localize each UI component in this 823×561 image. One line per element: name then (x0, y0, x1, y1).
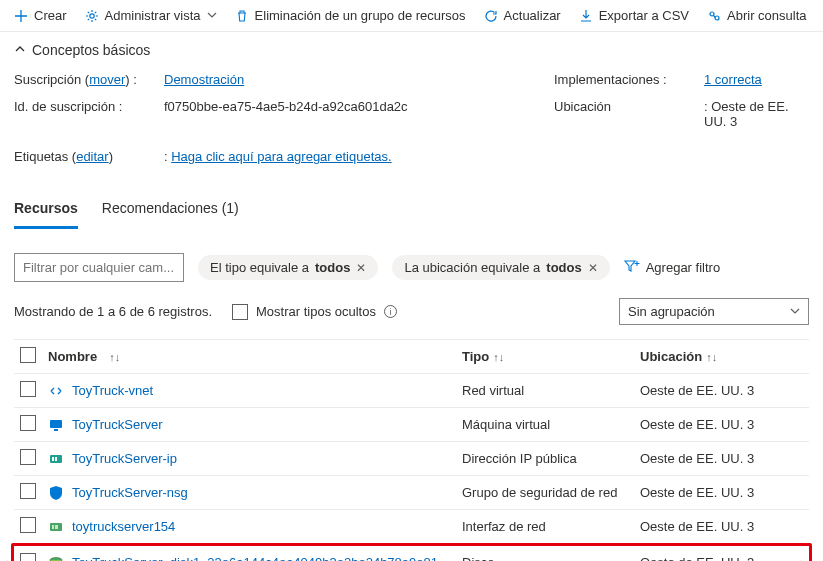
resource-location: Oeste de EE. UU. 3 (640, 519, 754, 534)
manage-view-button[interactable]: Administrar vista (85, 8, 217, 23)
deployments-link[interactable]: 1 correcta (704, 72, 762, 87)
command-bar: Crear Administrar vista Eliminación de u… (0, 0, 823, 32)
move-link[interactable]: mover (89, 72, 125, 87)
resource-link[interactable]: ToyTruck-vnet (72, 383, 153, 398)
location-filter-clear[interactable]: ✕ (588, 261, 598, 275)
open-query-button[interactable]: Abrir consulta (707, 8, 806, 23)
sort-icon[interactable]: ↑↓ (493, 351, 504, 363)
subscription-link[interactable]: Demostración (164, 72, 244, 87)
hidden-types-checkbox[interactable] (232, 304, 248, 320)
resource-icon (48, 383, 64, 399)
resource-location: Oeste de EE. UU. 3 (640, 485, 754, 500)
row-checkbox[interactable] (20, 553, 36, 561)
record-count: Mostrando de 1 a 6 de 6 registros. (14, 304, 212, 319)
open-query-label: Abrir consulta (727, 8, 806, 23)
subscription-label: Suscripción (14, 72, 81, 87)
resource-location: Oeste de EE. UU. 3 (640, 417, 754, 432)
table-row: ToyTruckServerMáquina virtualOeste de EE… (14, 407, 809, 441)
location-filter-value: todos (546, 260, 581, 275)
hidden-types-label: Mostrar tipos ocultos (256, 304, 376, 319)
row-checkbox[interactable] (20, 415, 36, 431)
svg-point-1 (710, 12, 714, 16)
table-header: Nombre↑↓ Tipo↑↓ Ubicación↑↓ (14, 339, 809, 373)
svg-rect-3 (50, 420, 62, 428)
location-filter-prefix: La ubicación equivale a (404, 260, 540, 275)
tab-bar: Recursos Recomendaciones (1) (0, 182, 823, 229)
svg-point-2 (715, 16, 719, 20)
sort-icon[interactable]: ↑↓ (706, 351, 717, 363)
resource-link[interactable]: ToyTruckServer-ip (72, 451, 177, 466)
svg-rect-10 (55, 525, 58, 529)
location-filter-pill[interactable]: La ubicación equivale a todos ✕ (392, 255, 609, 280)
select-all-checkbox[interactable] (20, 347, 36, 363)
type-filter-pill[interactable]: El tipo equivale a todos ✕ (198, 255, 378, 280)
svg-point-0 (89, 13, 93, 17)
filter-input[interactable] (14, 253, 184, 282)
location-value: Oeste de EE. UU. 3 (704, 99, 789, 129)
table-row: ToyTruckServer-nsgGrupo de seguridad de … (14, 475, 809, 509)
gear-icon (85, 9, 99, 23)
query-icon (707, 9, 721, 23)
resource-location: Oeste de EE. UU. 3 (640, 555, 754, 561)
create-button[interactable]: Crear (14, 8, 67, 23)
col-type-header[interactable]: Tipo (462, 349, 489, 364)
grouping-select[interactable]: Sin agrupación (619, 298, 809, 325)
refresh-button[interactable]: Actualizar (484, 8, 561, 23)
resource-type: Interfaz de red (462, 519, 546, 534)
list-meta: Mostrando de 1 a 6 de 6 registros. Mostr… (0, 292, 823, 339)
delete-label: Eliminación de un grupo de recursos (255, 8, 466, 23)
show-hidden-types[interactable]: Mostrar tipos ocultos i (232, 304, 397, 320)
resource-icon (48, 555, 64, 562)
sort-icon[interactable]: ↑↓ (109, 351, 120, 363)
filter-bar: El tipo equivale a todos ✕ La ubicación … (0, 229, 823, 292)
resource-type: Red virtual (462, 383, 524, 398)
col-name-header[interactable]: Nombre (48, 349, 97, 364)
export-button[interactable]: Exportar a CSV (579, 8, 689, 23)
type-filter-clear[interactable]: ✕ (356, 261, 366, 275)
svg-rect-6 (52, 457, 54, 461)
subscription-id-label: Id. de suscripción (14, 99, 115, 114)
export-label: Exportar a CSV (599, 8, 689, 23)
essentials-panel: Suscripción (mover) : Demostración Imple… (0, 66, 823, 182)
resource-link[interactable]: ToyTruckServer-nsg (72, 485, 188, 500)
resource-icon (48, 417, 64, 433)
tags-add-link[interactable]: Haga clic aquí para agregar etiquetas. (171, 149, 391, 164)
col-location-header[interactable]: Ubicación (640, 349, 702, 364)
svg-rect-4 (54, 429, 58, 431)
resource-link[interactable]: toytruckserver154 (72, 519, 175, 534)
resource-icon (48, 485, 64, 501)
create-label: Crear (34, 8, 67, 23)
row-checkbox[interactable] (20, 517, 36, 533)
info-icon[interactable]: i (384, 305, 397, 318)
resource-link[interactable]: ToyTruckServer (72, 417, 163, 432)
filter-icon (624, 259, 640, 276)
subscription-id-value: f0750bbe-ea75-4ae5-b24d-a92ca601da2c (164, 99, 408, 114)
basics-toggle[interactable]: Conceptos básicos (0, 32, 823, 66)
table-row: ToyTruckServer_disk1_23e6a144c4ea4049b3e… (11, 543, 812, 561)
type-filter-prefix: El tipo equivale a (210, 260, 309, 275)
row-checkbox[interactable] (20, 483, 36, 499)
delete-button[interactable]: Eliminación de un grupo de recursos (235, 8, 466, 23)
row-checkbox[interactable] (20, 449, 36, 465)
resource-icon (48, 519, 64, 535)
resource-type: Grupo de seguridad de red (462, 485, 617, 500)
tab-resources[interactable]: Recursos (14, 194, 78, 229)
chevron-down-icon (207, 10, 217, 22)
plus-icon (14, 9, 28, 23)
tab-recommendations[interactable]: Recomendaciones (1) (102, 194, 239, 229)
trash-icon (235, 9, 249, 23)
svg-rect-9 (52, 525, 54, 529)
grouping-value: Sin agrupación (628, 304, 715, 319)
add-filter-button[interactable]: Agregar filtro (624, 259, 720, 276)
chevron-up-icon (14, 43, 26, 57)
chevron-down-icon (790, 306, 800, 318)
deployments-label: Implementaciones (554, 72, 660, 87)
resource-location: Oeste de EE. UU. 3 (640, 451, 754, 466)
tags-edit-link[interactable]: editar (76, 149, 109, 164)
resource-link[interactable]: ToyTruckServer_disk1_23e6a144c4ea4049b3e… (72, 555, 438, 561)
row-checkbox[interactable] (20, 381, 36, 397)
resource-type: Máquina virtual (462, 417, 550, 432)
resource-location: Oeste de EE. UU. 3 (640, 383, 754, 398)
tags-label: Etiquetas (14, 149, 68, 164)
resource-type: Disco (462, 555, 495, 561)
